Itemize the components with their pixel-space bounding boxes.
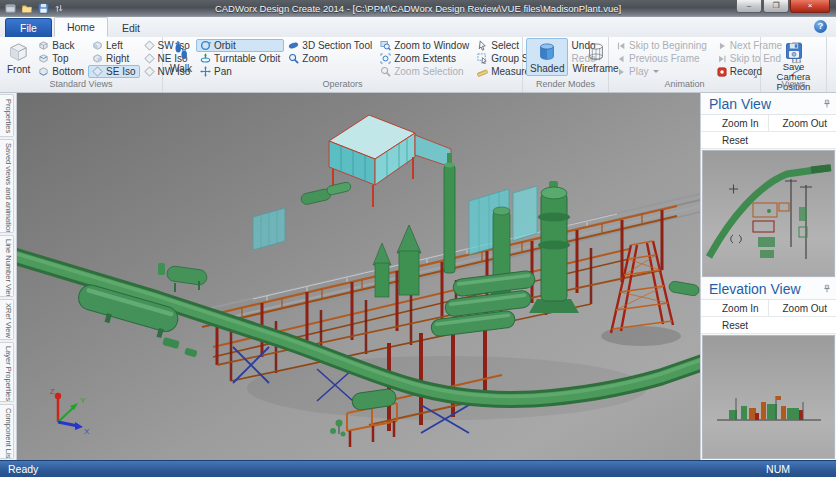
swap-arrows-icon[interactable] — [54, 3, 64, 14]
group-animation: Skip to Beginning Previous Frame Play Ne… — [609, 37, 761, 92]
record-icon — [717, 67, 727, 77]
save-icon[interactable] — [38, 3, 49, 14]
sidebar-tab-saved-views[interactable]: Saved views and animations — [0, 139, 14, 233]
group-standard-views: Front Back Top Bottom Left Right SE Iso … — [0, 37, 163, 92]
derrick-tower — [611, 241, 673, 333]
wireframe-cylinder-icon — [585, 41, 607, 63]
walk-button[interactable]: Walk — [166, 38, 196, 76]
play-button[interactable]: Play — [612, 65, 711, 78]
sidebar-tab-component-list[interactable]: Component List — [0, 404, 14, 459]
sidebar-tab-line-number-view[interactable]: Line Number View — [0, 235, 14, 297]
elevation-zoom-out-button[interactable]: Zoom Out — [769, 300, 836, 316]
right-dock: Plan View Zoom In Zoom Out Reset — [700, 93, 836, 460]
status-ready: Ready — [0, 463, 38, 475]
zoom-selection-button[interactable]: Zoom Selection — [376, 65, 473, 78]
tab-file[interactable]: File — [5, 18, 52, 37]
view-box-icon — [38, 66, 49, 77]
skip-to-beginning-button[interactable]: Skip to Beginning — [612, 39, 711, 52]
left-view-button[interactable]: Left — [88, 39, 139, 52]
view-box-icon — [92, 53, 103, 64]
elevation-view-map — [703, 336, 835, 446]
app-menu-icon[interactable] — [5, 3, 16, 14]
glass-building — [329, 115, 451, 207]
front-cube-icon — [7, 41, 30, 64]
group-select-icon — [477, 53, 488, 64]
close-button[interactable]: × — [790, 0, 830, 13]
elevation-reset-button[interactable]: Reset — [701, 317, 836, 333]
zoom-window-icon — [380, 40, 391, 51]
previous-frame-button[interactable]: Previous Frame — [612, 52, 711, 65]
right-view-button[interactable]: Right — [88, 52, 139, 65]
sidebar-tab-properties[interactable]: Properties — [0, 94, 14, 137]
view-box-icon — [38, 53, 49, 64]
zoom-extents-button[interactable]: Zoom Extents — [376, 52, 473, 65]
view-box-icon — [38, 40, 49, 51]
pan-button[interactable]: Pan — [196, 65, 284, 78]
zoom-icon — [288, 53, 299, 64]
title-bar: CADWorx Design Create 2014 - [C:\PPM\CAD… — [0, 0, 836, 17]
pushpin-icon[interactable] — [822, 284, 832, 294]
axis-y-label: Y — [80, 396, 86, 405]
skip-to-end-icon — [717, 54, 727, 64]
shaded-button[interactable]: Shaded — [526, 38, 568, 76]
plan-zoom-out-button[interactable]: Zoom Out — [769, 115, 836, 131]
orbit-icon — [200, 40, 211, 51]
quick-access-toolbar — [0, 3, 64, 14]
plan-view-map — [703, 151, 835, 277]
play-dropdown-caret — [653, 70, 659, 73]
skip-to-beginning-icon — [616, 41, 626, 51]
walk-icon — [170, 41, 192, 63]
next-frame-icon — [717, 41, 727, 51]
elevation-view-panel: Elevation View Zoom In Zoom Out Reset — [701, 278, 836, 460]
group-operators: Walk Orbit Turntable Orbit Pan 3D Sectio… — [163, 37, 523, 92]
plan-view-thumbnail[interactable] — [702, 150, 835, 277]
plan-zoom-in-button[interactable]: Zoom In — [701, 115, 769, 131]
dialog-launcher-icon[interactable] — [749, 70, 758, 79]
pan-icon — [200, 66, 211, 77]
iso-diamond-icon — [144, 66, 155, 77]
help-icon[interactable]: ? — [814, 20, 827, 33]
small-drum — [158, 263, 208, 292]
tab-edit[interactable]: Edit — [110, 19, 152, 37]
3d-viewport[interactable]: Y X Z — [17, 93, 700, 460]
zoom-selection-icon — [380, 66, 391, 77]
pipeline-pumps — [162, 337, 197, 358]
group-views: Save Camera Position Views — [761, 37, 827, 92]
zoom-to-window-button[interactable]: Zoom to Window — [376, 39, 473, 52]
ribbon: Front Back Top Bottom Left Right SE Iso … — [0, 37, 836, 93]
orbit-button[interactable]: Orbit — [196, 39, 284, 52]
section-icon — [288, 40, 299, 51]
elevation-view-thumbnail[interactable] — [702, 335, 835, 459]
group-label: Render Modes — [523, 79, 608, 91]
group-label: Operators — [163, 79, 522, 91]
select-cursor-icon — [477, 40, 488, 51]
iso-diamond-icon — [92, 66, 103, 77]
sidebar-tab-xref-view[interactable]: XRef View — [0, 299, 14, 340]
group-label: Views — [761, 79, 826, 91]
turntable-orbit-button[interactable]: Turntable Orbit — [196, 52, 284, 65]
pushpin-icon[interactable] — [822, 99, 832, 109]
group-render-modes: Shaded Wireframe Render Modes — [523, 37, 609, 92]
view-box-icon — [92, 40, 103, 51]
open-folder-icon[interactable] — [21, 3, 33, 14]
zoom-button[interactable]: Zoom — [284, 52, 376, 65]
section-tool-button[interactable]: 3D Section Tool — [284, 39, 376, 52]
plan-reset-button[interactable]: Reset — [701, 132, 836, 148]
measure-ruler-icon — [477, 66, 488, 77]
group-label: Animation — [609, 79, 760, 91]
minimize-button[interactable]: – — [736, 0, 762, 13]
top-view-button[interactable]: Top — [34, 52, 88, 65]
previous-frame-icon — [616, 54, 626, 64]
status-num-lock: NUM — [766, 463, 790, 475]
elevation-zoom-in-button[interactable]: Zoom In — [701, 300, 769, 316]
group-label: Standard Views — [0, 79, 162, 91]
back-view-button[interactable]: Back — [34, 39, 88, 52]
front-view-button[interactable]: Front — [3, 38, 34, 77]
plan-view-panel: Plan View Zoom In Zoom Out Reset — [701, 93, 836, 278]
axis-x-label: X — [84, 427, 90, 436]
se-iso-view-button[interactable]: SE Iso — [88, 65, 139, 78]
maximize-button[interactable]: ❐ — [763, 0, 789, 13]
sidebar-tab-layer-properties[interactable]: Layer Properties — [0, 342, 14, 402]
bottom-view-button[interactable]: Bottom — [34, 65, 88, 78]
tab-home[interactable]: Home — [54, 17, 108, 37]
